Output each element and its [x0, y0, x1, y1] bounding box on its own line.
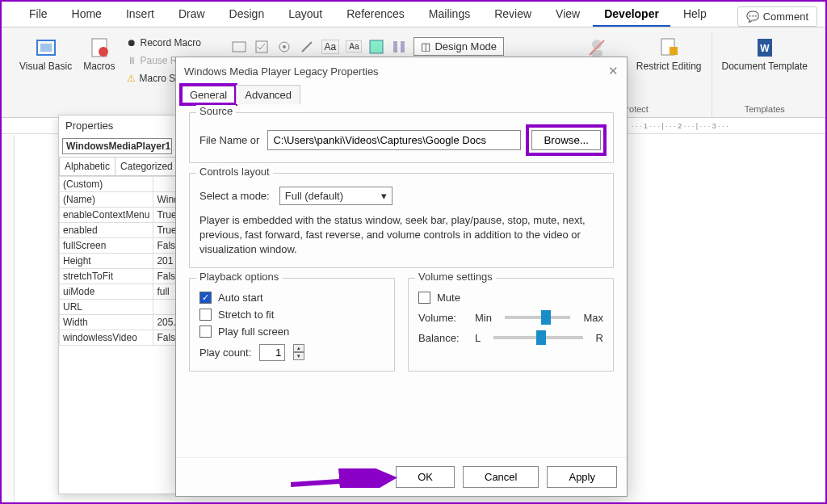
tab-references[interactable]: References	[335, 2, 416, 27]
prop-name: URL	[60, 300, 153, 315]
record-macro-button[interactable]: ⏺ Record Macro	[124, 36, 204, 50]
table-row[interactable]: uiModefull	[60, 284, 185, 300]
balance-slider[interactable]	[493, 336, 582, 339]
table-row[interactable]: (Custom)	[60, 177, 185, 192]
svg-rect-15	[670, 47, 678, 55]
browse-button[interactable]: Browse...	[531, 130, 601, 150]
wmp-properties-dialog: Windows Media Player Legacy Properties ✕…	[175, 57, 628, 497]
table-row[interactable]: (Name)Wind	[60, 192, 185, 208]
prop-name: fullScreen	[60, 238, 153, 254]
play-full-screen-checkbox[interactable]	[199, 326, 212, 338]
design-mode-label: Design Mode	[434, 40, 497, 52]
gear-icon[interactable]	[276, 39, 292, 55]
document-template-button[interactable]: W Document Template	[719, 32, 812, 75]
document-template-label: Document Template	[722, 61, 808, 72]
tab-insert[interactable]: Insert	[115, 2, 166, 27]
properties-object-dropdown[interactable]: WindowsMediaPlayer1	[62, 138, 172, 154]
svg-point-7	[283, 45, 286, 48]
svg-rect-8	[370, 40, 383, 53]
volume-slider[interactable]	[505, 316, 570, 319]
tab-mailings[interactable]: Mailings	[418, 2, 481, 27]
document-template-icon: W	[753, 36, 777, 60]
source-group-title: Source	[196, 105, 236, 117]
playback-title: Playback options	[196, 271, 282, 283]
table-row[interactable]: Width205.2	[60, 315, 185, 330]
table-row[interactable]: stretchToFitFalse	[60, 269, 185, 284]
image-icon[interactable]	[368, 39, 384, 55]
macros-label: Macros	[83, 61, 115, 72]
restrict-editing-icon	[657, 36, 681, 60]
apply-button[interactable]: Apply	[547, 466, 617, 488]
tab-developer[interactable]: Developer	[593, 2, 670, 27]
controls-layout-group: Controls layout Select a mode: Full (def…	[189, 173, 614, 268]
table-row[interactable]: enabledTrue	[60, 223, 185, 238]
mute-label: Mute	[437, 292, 460, 304]
ok-button[interactable]: OK	[396, 466, 455, 488]
tab-review[interactable]: Review	[483, 2, 543, 27]
svg-rect-4	[233, 42, 246, 52]
macros-icon	[87, 36, 111, 60]
visual-basic-button[interactable]: Visual Basic	[16, 32, 75, 86]
warning-icon: ⚠	[127, 73, 136, 84]
checkbox-icon[interactable]	[254, 39, 270, 55]
table-row[interactable]: URL	[60, 300, 185, 315]
file-name-input[interactable]	[267, 130, 521, 150]
table-row[interactable]: fullScreenFalse	[60, 238, 185, 254]
properties-title: Properties	[59, 116, 175, 136]
properties-tab-alphabetic[interactable]: Alphabetic	[59, 157, 115, 175]
play-count-down-button[interactable]: ▾	[293, 352, 304, 360]
comment-button[interactable]: 💬 Comment	[737, 6, 817, 27]
design-mode-icon: ◫	[421, 40, 430, 52]
table-row[interactable]: Height201	[60, 254, 185, 269]
tab-view[interactable]: View	[544, 2, 591, 27]
close-icon[interactable]: ✕	[608, 64, 619, 78]
select-mode-value: Full (default)	[285, 190, 343, 202]
aa-small-icon[interactable]: Aa	[346, 40, 362, 52]
ribbon-group-templates: W Document Template Templates	[712, 32, 818, 117]
record-icon: ⏺	[127, 37, 136, 48]
tab-home[interactable]: Home	[61, 2, 113, 27]
svg-rect-1	[40, 44, 52, 52]
svg-rect-10	[401, 41, 405, 52]
macros-button[interactable]: Macros	[80, 32, 118, 86]
prop-name: uiMode	[60, 284, 153, 300]
stretch-to-fit-checkbox[interactable]	[199, 309, 212, 321]
tab-file[interactable]: File	[18, 2, 59, 27]
properties-tab-categorized[interactable]: Categorized	[115, 157, 178, 175]
visual-basic-label: Visual Basic	[19, 61, 72, 72]
table-row[interactable]: windowlessVideoFalse	[60, 330, 185, 346]
cancel-button[interactable]: Cancel	[463, 466, 539, 488]
auto-start-checkbox[interactable]: ✓	[199, 292, 212, 304]
tab-design[interactable]: Design	[218, 2, 276, 27]
dialog-tab-advanced[interactable]: Advanced	[236, 85, 300, 104]
restrict-editing-button[interactable]: Restrict Editing	[633, 32, 705, 75]
textbox-icon[interactable]	[231, 39, 247, 55]
aa-large-icon[interactable]: Aa	[321, 40, 340, 54]
select-mode-combo[interactable]: Full (default) ▾	[279, 187, 393, 205]
columns-icon[interactable]	[391, 39, 407, 55]
dialog-tab-general[interactable]: General	[181, 85, 236, 104]
prop-name: stretchToFit	[60, 269, 153, 284]
volume-title: Volume settings	[415, 271, 496, 283]
volume-label: Volume:	[418, 312, 467, 324]
tab-help[interactable]: Help	[672, 2, 718, 27]
balance-label: Balance:	[418, 332, 467, 344]
tools-icon[interactable]	[299, 39, 315, 55]
pause-icon: ⏸	[127, 55, 136, 66]
prop-name: Height	[60, 254, 153, 269]
dialog-title: Windows Media Player Legacy Properties	[184, 65, 379, 78]
design-mode-button[interactable]: ◫ Design Mode	[414, 37, 504, 56]
auto-start-label: Auto start	[218, 292, 263, 304]
play-count-input[interactable]	[259, 344, 285, 361]
table-row[interactable]: enableContextMenuTrue	[60, 208, 185, 223]
tab-draw[interactable]: Draw	[167, 2, 216, 27]
mute-checkbox[interactable]	[418, 292, 430, 304]
prop-name: enabled	[60, 223, 153, 238]
prop-name: (Custom)	[60, 177, 153, 192]
file-name-label: File Name or	[199, 134, 259, 146]
play-count-up-button[interactable]: ▴	[293, 344, 304, 352]
prop-name: windowlessVideo	[60, 330, 153, 346]
restrict-editing-label: Restrict Editing	[636, 61, 702, 72]
tab-layout[interactable]: Layout	[277, 2, 334, 27]
properties-table: (Custom)(Name)WindenableContextMenuTruee…	[59, 176, 185, 346]
